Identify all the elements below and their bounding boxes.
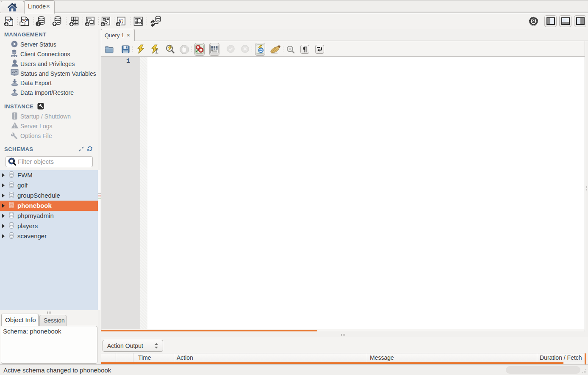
svg-text:A: A	[289, 47, 291, 51]
svg-text:SQL: SQL	[22, 18, 29, 22]
